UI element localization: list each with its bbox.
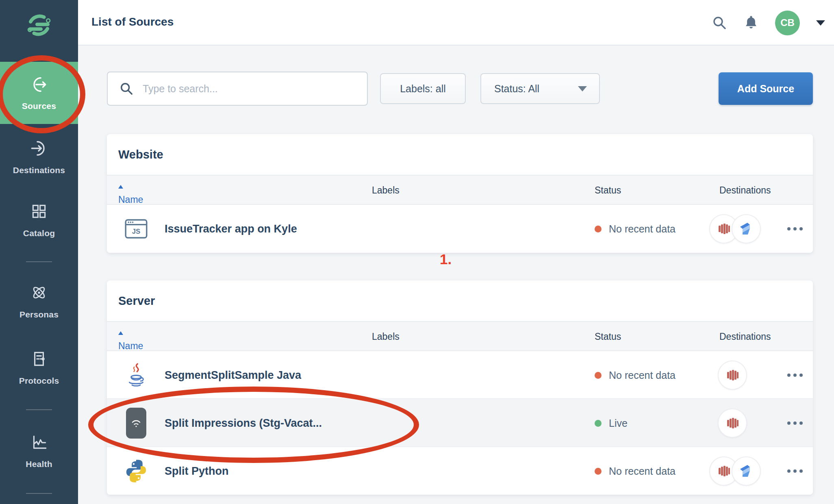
source-search [107,72,368,106]
sidebar-divider [26,261,52,262]
sidebar-item-label: Sources [22,101,56,111]
sidebar-item-protocols[interactable]: Protocols [0,350,78,386]
arrow-into-circle-icon [30,139,48,159]
arrow-out-of-circle-icon [30,75,48,96]
sidebar-item-sources[interactable]: Sources [0,62,78,124]
add-source-button[interactable]: Add Source [719,72,813,105]
search-input[interactable] [143,83,354,95]
column-status: Status [595,185,621,196]
section-title: Server [118,294,155,308]
sidebar-item-catalog[interactable]: Catalog [0,202,78,238]
column-status: Status [595,331,621,342]
sidebar-item-label: Health [26,459,52,469]
sidebar-item-label: Protocols [19,376,59,386]
sidebar-item-label: Personas [20,310,59,319]
avatar[interactable]: CB [775,11,800,35]
table-row[interactable]: Split Impressions (Stg-Vacat... Live [107,399,813,447]
status-cell: No recent data [595,351,675,399]
table-header: Name Labels Status Destinations [107,175,813,205]
destinations-cell [709,351,762,399]
website-sources-card: Website Name Labels Status Destinations … [107,134,813,253]
sidebar-divider [26,409,52,410]
row-overflow-menu[interactable] [784,399,806,447]
table-header: Name Labels Status Destinations [107,321,813,351]
segment-logo[interactable] [0,11,78,39]
page-title: List of Sources [91,15,174,28]
status-text: No recent data [609,465,675,477]
server-sources-card: Server Name Labels Status Destinations [107,280,813,495]
javascript-browser-icon: JS [122,205,150,253]
status-filter-value: Status: All [494,83,539,95]
destinations-cell [709,205,762,253]
svg-text:JS: JS [132,228,141,235]
row-overflow-menu[interactable] [784,351,806,399]
column-name-sort[interactable]: Name [118,185,123,189]
status-text: Live [609,417,628,429]
status-dot-icon [595,226,602,232]
stitch-destination-icon[interactable] [732,456,761,486]
source-name: IssueTracker app on Kyle [165,205,297,253]
sidebar-item-destinations[interactable]: Destinations [0,139,78,175]
column-destinations: Destinations [719,185,771,196]
status-text: No recent data [609,223,675,235]
status-dot-icon [595,420,602,427]
column-labels: Labels [372,331,400,342]
destinations-cell [709,399,762,447]
grid-squares-icon [30,202,48,222]
status-dot-icon [595,468,602,475]
source-name: Split Impressions (Stg-Vacat... [165,399,322,447]
top-header: List of Sources CB [78,0,834,46]
status-cell: No recent data [595,205,675,253]
bell-icon[interactable] [743,15,759,30]
source-name: Split Python [165,447,229,495]
table-row[interactable]: JS IssueTracker app on Kyle No recent da… [107,205,813,253]
annotation-step-label: 1. [440,251,452,267]
sidebar-divider [26,493,52,494]
pulse-chart-icon [30,433,48,453]
redshift-destination-icon[interactable] [718,361,747,390]
redshift-destination-icon[interactable] [718,408,747,438]
table-row[interactable]: Split Python No recent data [107,447,813,495]
python-icon [122,447,150,495]
sidebar-item-label: Catalog [23,228,55,238]
caret-down-icon [578,86,587,91]
atom-icon [30,283,48,304]
status-cell: Live [595,399,628,447]
section-title: Website [118,148,163,161]
wifi-device-icon [122,399,150,447]
java-cup-icon [122,351,150,399]
sidebar: Sources Destinations Catalog [0,0,78,504]
sidebar-item-label: Destinations [13,165,65,175]
status-filter-dropdown[interactable]: Status: All [480,73,600,104]
column-labels: Labels [372,185,400,196]
sidebar-item-personas[interactable]: Personas [0,283,78,319]
table-row[interactable]: SegmentSplitSample Java No recent data [107,351,813,399]
sort-asc-icon [118,331,123,335]
destinations-cell [709,447,762,495]
row-overflow-menu[interactable] [784,205,806,253]
sort-asc-icon [118,185,123,189]
status-text: No recent data [609,369,675,381]
stitch-destination-icon[interactable] [732,214,761,243]
status-cell: No recent data [595,447,675,495]
search-icon [119,81,134,96]
source-name: SegmentSplitSample Java [165,351,301,399]
search-icon[interactable] [712,15,727,30]
caret-down-icon[interactable] [816,20,825,26]
row-overflow-menu[interactable] [784,447,806,495]
document-rules-icon [30,350,48,370]
sidebar-item-health[interactable]: Health [0,433,78,469]
status-dot-icon [595,372,602,379]
labels-filter-button[interactable]: Labels: all [380,73,466,104]
column-destinations: Destinations [719,331,771,342]
column-name-sort[interactable]: Name [118,331,123,335]
